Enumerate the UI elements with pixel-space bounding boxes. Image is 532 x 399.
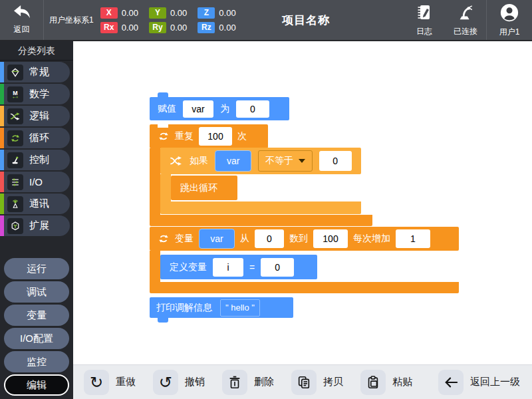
sidebar-nav: 运行 调试 变量 I/O配置 监控 编辑 [4, 258, 69, 398]
assign-var-field[interactable]: var [183, 100, 213, 118]
block-define-variable[interactable]: 定义变量 i = 0 [160, 255, 317, 279]
for-bottom-wrap [150, 282, 459, 293]
repeat-c-spine [150, 148, 160, 215]
category-io[interactable]: I/O [0, 172, 73, 192]
paste-icon [360, 370, 386, 395]
log-label: 日志 [416, 26, 432, 37]
print-label: 打印调解信息 [156, 302, 212, 314]
coord-value-rx: 0.00 [122, 23, 138, 33]
coord-badge-rz: Rz [198, 22, 215, 33]
copy-icon [291, 370, 317, 395]
for-step-field[interactable]: 1 [396, 229, 430, 248]
back-button[interactable]: 返回 [0, 0, 44, 40]
block-connector-tab [158, 318, 168, 323]
if-label: 如果 [190, 155, 208, 167]
nav-edit-active[interactable]: 编辑 [4, 374, 69, 396]
category-control[interactable]: 控制 [0, 150, 73, 170]
equals-label: = [249, 262, 255, 273]
nav-monitor[interactable]: 监控 [4, 351, 69, 372]
joystick-icon [7, 152, 23, 168]
block-for[interactable]: 变量 var 从 0 数到 100 每次增加 1 [150, 227, 459, 251]
assign-value-field[interactable]: 0 [236, 100, 269, 118]
connection-label: 已连接 [454, 26, 477, 37]
nav-io-config[interactable]: I/O配置 [4, 328, 69, 349]
undo-button[interactable]: ↺ 撤销 [153, 370, 205, 395]
sliders-icon [7, 174, 23, 190]
coord-value-ry: 0.00 [170, 23, 187, 33]
block-if[interactable]: 如果 var 不等于 0 [160, 148, 361, 174]
if-bottom-wrap [160, 201, 361, 214]
coord-badge-x: X [100, 7, 118, 19]
if-operator-dropdown[interactable]: 不等于 [258, 150, 312, 172]
assign-label: 赋值 [158, 103, 176, 115]
back-label: 返回 [14, 24, 30, 35]
category-comm[interactable]: 通讯 [0, 194, 73, 214]
block-print[interactable]: 打印调解信息 " hello " [150, 297, 293, 318]
shuffle-icon [7, 108, 23, 124]
for-countto-label: 数到 [289, 233, 308, 245]
math-icon: M+-× [7, 86, 23, 102]
copy-button[interactable]: 拷贝 [291, 370, 343, 395]
coord-value-y: 0.00 [170, 8, 187, 18]
coord-badge-y: Y [149, 7, 166, 19]
project-title: 项目名称 [282, 13, 330, 28]
block-workspace[interactable]: 赋值 var 为 0 重复 100 次 如果 var 不等于 0 跳出循环 [73, 41, 532, 364]
print-message-field[interactable]: " hello " [220, 299, 260, 317]
assign-to-label: 为 [220, 103, 229, 115]
nav-variables[interactable]: 变量 [4, 305, 69, 326]
paste-button[interactable]: 粘贴 [360, 370, 412, 395]
log-button[interactable]: 日志 [404, 0, 445, 40]
coord-z: Z 0.00 [198, 7, 235, 19]
category-math[interactable]: M+-× 数学 [0, 84, 73, 104]
svg-text:+-×: +-× [13, 95, 18, 99]
dropdown-arrow-icon [299, 159, 305, 163]
left-arrow-icon [438, 370, 464, 395]
nav-run[interactable]: 运行 [4, 258, 69, 279]
block-break[interactable]: 跳出循环 [171, 176, 237, 200]
coordinate-readout: X 0.00 Y 0.00 Z 0.00 Rx 0.00 Ry 0.00 Rz … [100, 7, 236, 33]
back-arrow-icon [12, 5, 32, 23]
if-value-field[interactable]: 0 [319, 151, 352, 171]
for-from-field[interactable]: 0 [255, 229, 284, 248]
redo-button[interactable]: ↻ 重做 [84, 370, 136, 395]
coord-x: X 0.00 [100, 7, 138, 19]
undo-icon: ↺ [153, 370, 178, 395]
for-c-spine [150, 251, 160, 282]
for-var-chip[interactable]: var [199, 229, 235, 249]
user-button[interactable]: 用户1 [486, 0, 532, 40]
trash-icon [222, 370, 247, 395]
category-logic[interactable]: 逻辑 [0, 106, 73, 126]
back-level-button[interactable]: 返回上一级 [438, 370, 520, 395]
coord-ry: Ry 0.00 [149, 22, 187, 33]
define-name-field[interactable]: i [213, 258, 243, 277]
category-loop[interactable]: 循环 [0, 128, 73, 148]
category-extension[interactable]: 扩展 [0, 215, 73, 236]
robot-arm-icon [456, 3, 475, 25]
category-general[interactable]: 常规 [0, 62, 73, 82]
delete-button[interactable]: 删除 [222, 370, 274, 395]
nav-debug[interactable]: 调试 [4, 281, 69, 303]
coord-badge-z: Z [198, 7, 215, 19]
repeat-bottom-wrap [150, 215, 372, 226]
coord-rx: Rx 0.00 [100, 22, 138, 33]
break-label: 跳出循环 [180, 182, 217, 194]
if-var-chip[interactable]: var [215, 150, 251, 172]
block-repeat[interactable]: 重复 100 次 [150, 124, 268, 148]
for-label: 变量 [175, 233, 194, 245]
for-to-field[interactable]: 100 [313, 229, 348, 248]
operator-label: 不等于 [265, 155, 293, 167]
loop-icon [158, 130, 170, 142]
log-notebook-icon [415, 3, 434, 25]
coord-badge-ry: Ry [149, 22, 166, 33]
repeat-count-field[interactable]: 100 [199, 127, 232, 146]
block-assign[interactable]: 赋值 var 为 0 [150, 97, 289, 120]
connection-status[interactable]: 已连接 [445, 0, 486, 40]
define-value-field[interactable]: 0 [261, 258, 294, 277]
shuffle-icon [170, 156, 183, 166]
repeat-times-label: 次 [237, 130, 247, 142]
coord-value-x: 0.00 [122, 8, 138, 18]
if-c-spine [160, 174, 171, 201]
define-label: 定义变量 [170, 261, 207, 273]
coord-y: Y 0.00 [149, 7, 187, 19]
user-label: 用户1 [499, 27, 520, 38]
